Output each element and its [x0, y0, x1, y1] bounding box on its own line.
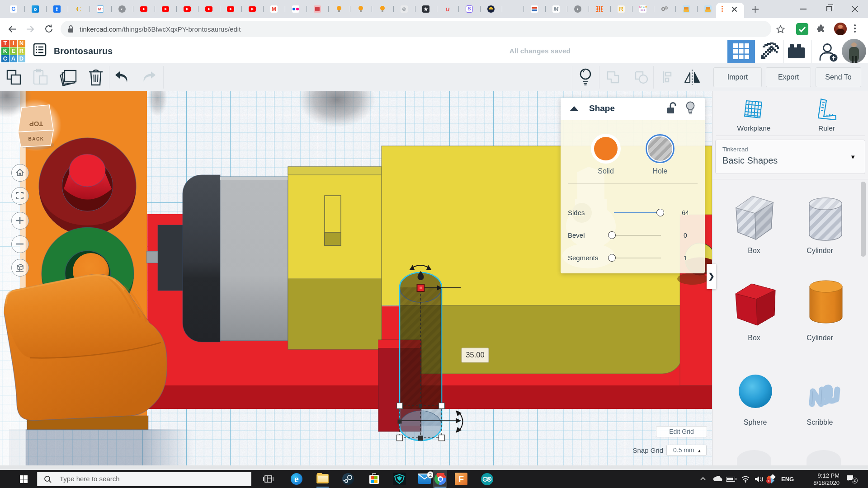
svg-text:BACK: BACK [28, 136, 44, 141]
svg-text:35.00: 35.00 [466, 351, 484, 359]
svg-text:TOP: TOP [29, 120, 43, 128]
